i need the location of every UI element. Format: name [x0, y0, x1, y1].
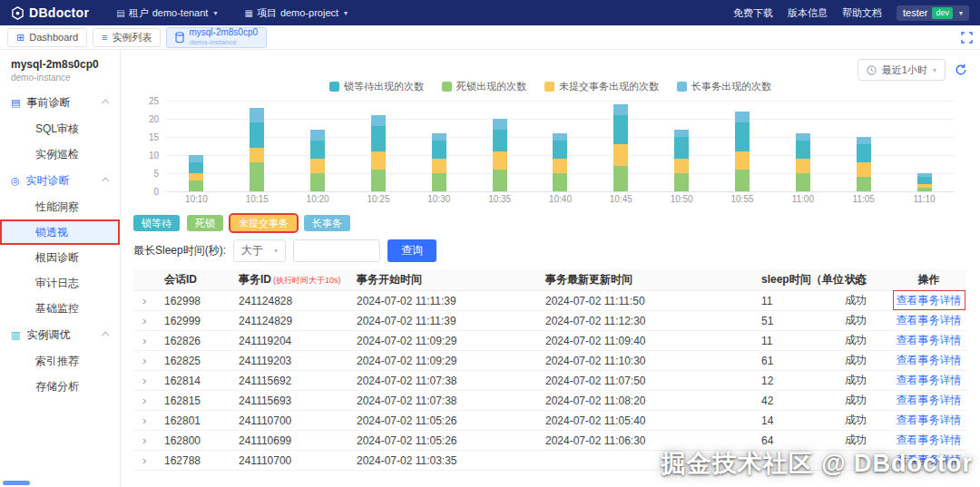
stacked-bar-10:40[interactable] [553, 133, 567, 191]
cell-action: 查看事务详情 [890, 453, 967, 468]
expand-row-icon[interactable]: › [133, 414, 159, 427]
stacked-bar-10:20[interactable] [310, 130, 325, 191]
sidebar-item-root-cause-diagnosis[interactable]: 根因诊断 [0, 245, 120, 270]
expand-row-icon[interactable]: › [133, 334, 159, 347]
navbar-link-free-download[interactable]: 免费下载 [733, 6, 773, 20]
view-transaction-detail-link[interactable]: 查看事务详情 [897, 334, 962, 346]
sidebar-group-label: 实例调优 [26, 327, 70, 343]
horizontal-scrollbar-thumb[interactable] [3, 481, 30, 485]
sidebar-item-basic-monitoring[interactable]: 基础监控 [0, 296, 120, 321]
operator-select[interactable]: 大于 ▾ [233, 239, 286, 262]
header-txn-id-text: 事务ID [239, 273, 271, 286]
search-button[interactable]: 查询 [387, 239, 436, 262]
cell-session-id: 162815 [159, 394, 233, 407]
navbar-link-help-docs[interactable]: 帮助文档 [842, 6, 882, 20]
bar-slot [772, 101, 833, 191]
x-tick-label: 10:50 [652, 194, 712, 204]
expand-row-icon[interactable]: › [133, 394, 159, 407]
bar-slot [348, 101, 409, 191]
filter-chip-lock-wait[interactable]: 锁等待 [133, 215, 180, 231]
sidebar-item-audit-log[interactable]: 审计日志 [0, 270, 120, 296]
stacked-bar-10:10[interactable] [189, 155, 203, 191]
bar-segment [310, 159, 325, 173]
sidebar-item-performance-insight[interactable]: 性能洞察 [0, 194, 120, 219]
bar-segment [189, 162, 203, 173]
sleep-threshold-input[interactable] [293, 239, 380, 262]
stacked-bar-10:25[interactable] [371, 115, 386, 191]
stacked-bar-11:05[interactable] [857, 137, 871, 191]
view-transaction-detail-link[interactable]: 查看事务详情 [897, 414, 962, 426]
sidebar-group-pre-diagnosis[interactable]: ▤事前诊断 [0, 89, 120, 116]
view-transaction-detail-link[interactable]: 查看事务详情 [897, 294, 962, 307]
tab-dashboard[interactable]: ⊞ Dashboard [7, 28, 87, 47]
project-selector[interactable]: ▦ 项目 demo-project ▾ [244, 6, 348, 20]
logo[interactable]: DBdoctor [11, 5, 89, 20]
bar-segment [735, 170, 750, 191]
stacked-bar-10:55[interactable] [735, 112, 750, 191]
logo-text: DBdoctor [29, 5, 89, 20]
operator-value: 大于 [241, 243, 263, 258]
legend-item[interactable]: 长事务出现的次数 [677, 80, 771, 93]
expand-row-icon[interactable]: › [133, 314, 159, 327]
stacked-bar-11:00[interactable] [796, 133, 810, 191]
cell-txn-id: 241119204 [233, 335, 351, 347]
fullscreen-icon[interactable] [961, 32, 973, 44]
view-transaction-detail-link[interactable]: 查看事务详情 [897, 453, 962, 466]
expand-row-icon[interactable]: › [133, 433, 159, 447]
filter-chip-deadlock[interactable]: 死锁 [187, 215, 223, 231]
stacked-bar-10:50[interactable] [674, 130, 689, 191]
view-transaction-detail-link[interactable]: 查看事务详情 [897, 354, 962, 366]
tab-instance-list[interactable]: ≡ 实例列表 [93, 28, 161, 47]
expand-row-icon[interactable]: › [133, 294, 159, 307]
stacked-bar-10:15[interactable] [250, 108, 264, 191]
legend-item[interactable]: 死锁出现的次数 [442, 80, 526, 93]
filter-chip-long-transaction[interactable]: 长事务 [304, 215, 350, 231]
cell-start-time: 2024-07-02 11:03:35 [351, 454, 540, 467]
refresh-icon[interactable] [955, 63, 967, 76]
stacked-bar-10:35[interactable] [493, 119, 507, 191]
expand-row-icon[interactable]: › [133, 453, 159, 467]
filter-chip-uncommitted-transaction[interactable]: 未提交事务 [230, 215, 297, 231]
time-range-select[interactable]: 最近1小时 ▾ [858, 59, 946, 81]
sidebar-item-index-recommendation[interactable]: 索引推荐 [0, 348, 120, 374]
x-tick-label: 10:20 [288, 194, 348, 204]
bar-segment [371, 151, 386, 170]
bar-segment [371, 170, 386, 191]
cell-txn-id: 241115692 [233, 375, 351, 387]
user-menu[interactable]: tester dev ▾ [897, 5, 969, 21]
tab-mysql-instance[interactable]: mysql-2m8s0cp0 demo-instance [166, 27, 267, 48]
stacked-bar-11:10[interactable] [917, 173, 932, 191]
bar-segment [796, 141, 810, 159]
bar-slot [469, 101, 530, 191]
view-transaction-detail-link[interactable]: 查看事务详情 [897, 394, 962, 406]
bar-segment [857, 137, 871, 144]
sidebar-item-storage-analysis[interactable]: 存储分析 [0, 374, 120, 399]
bar-segment [613, 166, 628, 191]
sidebar-group-realtime-diagnosis[interactable]: ◎实时诊断 [0, 167, 120, 194]
view-transaction-detail-link[interactable]: 查看事务详情 [897, 314, 962, 326]
sidebar-group-instance-tuning[interactable]: ▥实例调优 [0, 321, 120, 348]
bar-slot [652, 101, 712, 191]
tenant-selector[interactable]: ▤ 租户 demo-tenant ▾ [116, 6, 217, 20]
legend-item[interactable]: 锁等待出现的次数 [329, 80, 424, 93]
expand-row-icon[interactable]: › [133, 354, 159, 367]
view-transaction-detail-link[interactable]: 查看事务详情 [897, 374, 962, 386]
stacked-bar-10:45[interactable] [613, 104, 628, 191]
legend-item[interactable]: 未提交事务出现的次数 [544, 80, 659, 93]
expand-row-icon[interactable]: › [133, 374, 159, 387]
bar-segment [189, 155, 203, 162]
cell-sleep: 64 [756, 434, 839, 447]
navbar-link-version-info[interactable]: 版本信息 [788, 6, 828, 20]
navbar-links: 免费下载版本信息帮助文档 [733, 6, 882, 20]
sidebar-item-lock-perspective[interactable]: 锁透视 [0, 219, 120, 245]
cell-status: 成功 [839, 373, 890, 388]
stacked-bar-10:30[interactable] [432, 133, 446, 191]
sidebar-item-instance-inspection[interactable]: 实例巡检 [0, 141, 120, 167]
bar-slot [591, 101, 652, 191]
app-root: DBdoctor ▤ 租户 demo-tenant ▾ ▦ 项目 demo-pr… [0, 0, 980, 487]
legend-swatch-icon [544, 82, 554, 92]
cell-update-time: 2024-07-02 11:06:30 [540, 434, 756, 447]
time-range-value: 最近1小时 [882, 63, 927, 77]
view-transaction-detail-link[interactable]: 查看事务详情 [897, 433, 962, 446]
sidebar-item-sql-audit[interactable]: SQL审核 [0, 116, 120, 141]
